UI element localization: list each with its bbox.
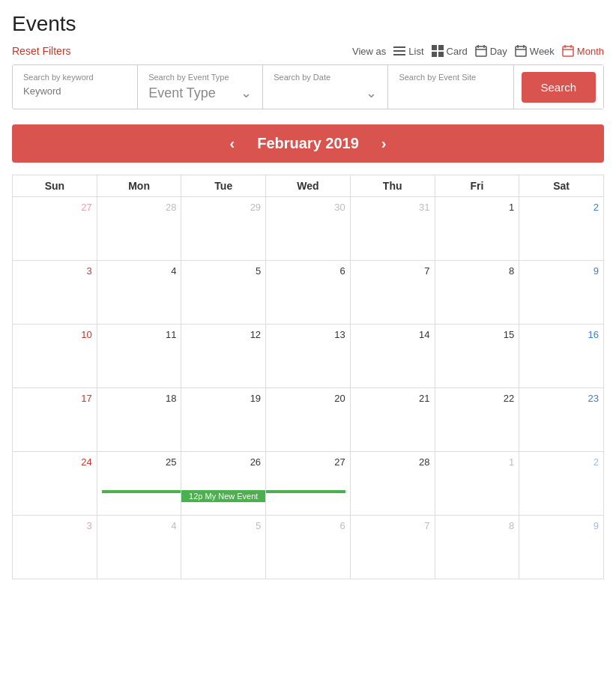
calendar-day-40[interactable]: 8 — [435, 516, 519, 579]
calendar-day-29[interactable]: 25 — [97, 452, 181, 516]
calendar-day-24[interactable]: 20 — [266, 388, 351, 452]
calendar-day-37[interactable]: 5 — [181, 516, 266, 579]
event-site-label: Search by Event Site — [399, 73, 502, 82]
week-icon — [515, 45, 527, 57]
day-number: 12 — [186, 328, 261, 342]
event-bar-end[interactable] — [266, 490, 345, 493]
svg-rect-2 — [393, 54, 405, 55]
calendar-day-31[interactable]: 27 — [266, 452, 351, 516]
month-icon — [562, 45, 574, 57]
prev-month-button[interactable]: ‹ — [230, 135, 235, 152]
calendar-day-5[interactable]: 1 — [435, 197, 519, 261]
search-bar: Search by keyword Search by Event Type E… — [12, 64, 604, 109]
day-number: 27 — [17, 200, 92, 214]
week-label: Week — [530, 46, 555, 57]
day-number: 28 — [355, 455, 430, 469]
svg-rect-5 — [432, 52, 437, 57]
calendar-day-8[interactable]: 4 — [97, 261, 181, 325]
event-type-select[interactable]: Event Type ⌄ — [148, 85, 252, 101]
svg-rect-4 — [438, 45, 444, 50]
event-site-input[interactable] — [399, 85, 502, 97]
svg-rect-15 — [563, 46, 573, 56]
day-number: 23 — [524, 391, 599, 405]
day-icon — [475, 45, 487, 57]
day-number: 17 — [17, 391, 92, 405]
calendar-day-9[interactable]: 5 — [181, 261, 266, 325]
calendar-title: February 2019 — [257, 135, 359, 152]
calendar-day-3[interactable]: 30 — [266, 197, 351, 261]
calendar-day-0[interactable]: 27 — [13, 197, 97, 261]
calendar-day-33[interactable]: 1 — [435, 452, 519, 516]
list-icon — [393, 45, 405, 57]
calendar-day-1[interactable]: 28 — [97, 197, 181, 261]
calendar-day-4[interactable]: 31 — [350, 197, 435, 261]
date-label: Search by Date — [274, 73, 377, 82]
card-icon — [432, 45, 444, 57]
view-options: View as List Card Day — [352, 45, 604, 57]
reset-filters-link[interactable]: Reset Filters — [12, 45, 71, 57]
day-number: 25 — [102, 455, 177, 469]
keyword-section: Search by keyword — [13, 65, 138, 109]
calendar-day-7[interactable]: 3 — [13, 261, 97, 325]
calendar-day-20[interactable]: 16 — [519, 325, 604, 388]
calendar-day-36[interactable]: 4 — [97, 516, 181, 579]
day-number: 30 — [271, 200, 345, 214]
next-month-button[interactable]: › — [381, 135, 387, 152]
calendar-day-26[interactable]: 22 — [435, 388, 519, 452]
calendar-day-35[interactable]: 3 — [13, 516, 97, 579]
keyword-input[interactable] — [23, 85, 127, 97]
day-number: 24 — [17, 455, 92, 469]
day-number: 11 — [102, 328, 177, 342]
calendar-day-21[interactable]: 17 — [13, 388, 97, 452]
calendar-day-12[interactable]: 8 — [435, 261, 519, 325]
svg-rect-7 — [476, 46, 486, 56]
calendar-day-6[interactable]: 2 — [519, 197, 604, 261]
day-number: 7 — [355, 264, 430, 278]
calendar-day-14[interactable]: 10 — [13, 325, 97, 388]
view-month[interactable]: Month — [562, 45, 604, 57]
calendar-day-17[interactable]: 13 — [266, 325, 351, 388]
day-number: 15 — [440, 328, 515, 342]
view-card[interactable]: Card — [432, 45, 468, 57]
calendar-day-2[interactable]: 29 — [181, 197, 266, 261]
calendar-day-41[interactable]: 9 — [519, 516, 604, 579]
day-number: 27 — [271, 455, 345, 469]
calendar-day-25[interactable]: 21 — [350, 388, 435, 452]
calendar-day-32[interactable]: 28 — [350, 452, 435, 516]
calendar-day-27[interactable]: 23 — [519, 388, 604, 452]
search-button[interactable]: Search — [522, 72, 597, 103]
calendar-day-10[interactable]: 6 — [266, 261, 351, 325]
event-bar-middle[interactable]: 12p My New Event — [181, 490, 265, 502]
day-number: 9 — [524, 519, 599, 533]
svg-rect-0 — [393, 46, 405, 48]
calendar-day-23[interactable]: 19 — [181, 388, 266, 452]
event-bar-start[interactable] — [102, 490, 181, 493]
calendar-day-16[interactable]: 12 — [181, 325, 266, 388]
calendar-day-28[interactable]: 24 — [13, 452, 97, 516]
date-select[interactable]: ⌄ — [274, 85, 377, 101]
day-number: 8 — [440, 519, 515, 533]
day-number: 7 — [355, 519, 430, 533]
view-list[interactable]: List — [393, 45, 423, 57]
day-number: 6 — [271, 519, 345, 533]
calendar-day-39[interactable]: 7 — [350, 516, 435, 579]
calendar-day-22[interactable]: 18 — [97, 388, 181, 452]
calendar-day-11[interactable]: 7 — [350, 261, 435, 325]
day-number: 9 — [524, 264, 599, 278]
calendar-day-13[interactable]: 9 — [519, 261, 604, 325]
day-number: 10 — [17, 328, 92, 342]
toolbar: Reset Filters View as List Card Day — [12, 45, 604, 57]
calendar-day-15[interactable]: 11 — [97, 325, 181, 388]
view-week[interactable]: Week — [515, 45, 555, 57]
day-number: 8 — [440, 264, 515, 278]
calendar-day-34[interactable]: 2 — [519, 452, 604, 516]
day-number: 3 — [17, 519, 92, 533]
calendar-day-30[interactable]: 2612p My New Event — [181, 452, 266, 516]
col-tue: Tue — [181, 175, 266, 197]
calendar-day-38[interactable]: 6 — [266, 516, 351, 579]
calendar-day-18[interactable]: 14 — [350, 325, 435, 388]
day-number: 29 — [186, 200, 261, 214]
svg-rect-11 — [516, 46, 526, 56]
view-day[interactable]: Day — [475, 45, 507, 57]
calendar-day-19[interactable]: 15 — [435, 325, 519, 388]
